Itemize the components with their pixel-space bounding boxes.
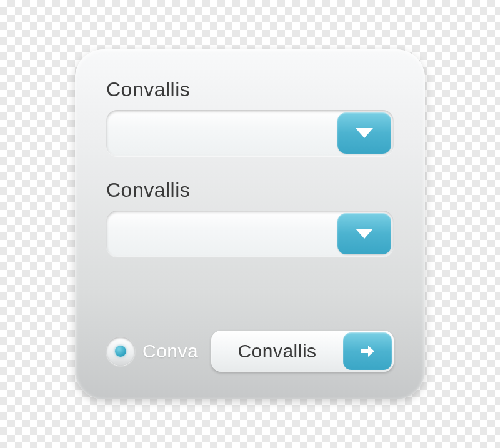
radio-button[interactable] — [106, 337, 135, 366]
submit-button-label: Convallis — [211, 331, 343, 372]
field-label-2: Convallis — [106, 179, 394, 202]
dropdown-2-value — [106, 211, 338, 257]
form-panel: Convallis Convallis Conva Convallis — [75, 49, 425, 399]
dropdown-2-toggle[interactable] — [338, 213, 391, 254]
dropdown-1-toggle[interactable] — [338, 112, 391, 154]
chevron-down-icon — [356, 229, 373, 239]
field-group-1: Convallis — [106, 78, 394, 156]
radio-option[interactable]: Conva — [106, 337, 198, 366]
submit-button[interactable]: Convallis — [211, 331, 394, 372]
radio-dot-icon — [115, 346, 126, 357]
dropdown-1-value — [106, 110, 338, 156]
arrow-right-icon — [359, 343, 376, 359]
field-label-1: Convallis — [106, 78, 394, 101]
dropdown-1[interactable] — [106, 110, 394, 156]
dropdown-2[interactable] — [106, 211, 394, 257]
field-group-2: Convallis — [106, 179, 394, 257]
chevron-down-icon — [356, 128, 373, 138]
submit-button-arrow[interactable] — [343, 332, 392, 370]
bottom-row: Conva Convallis — [106, 331, 394, 372]
radio-label: Conva — [142, 341, 198, 362]
